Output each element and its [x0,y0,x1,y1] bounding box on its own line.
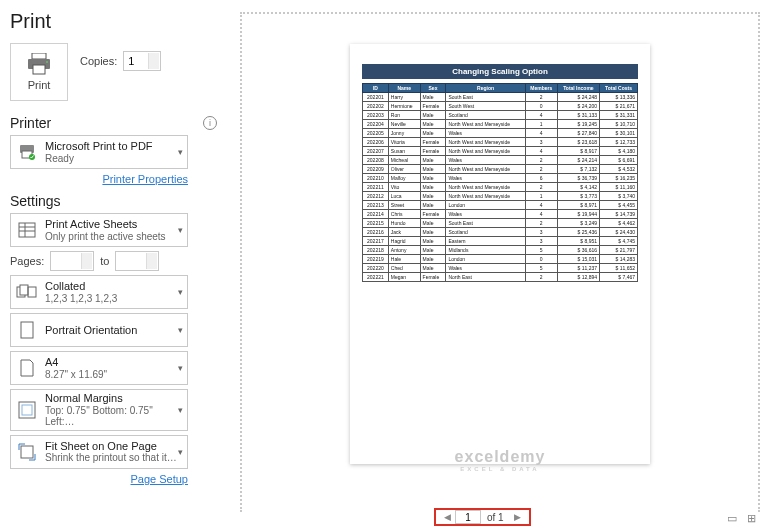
print-what-sub: Only print the active sheets [45,231,183,243]
collate-select[interactable]: Collated 1,2,3 1,2,3 1,2,3 ▾ [10,275,188,309]
sheets-icon [15,218,39,242]
svg-rect-13 [28,287,36,297]
chevron-down-icon: ▾ [178,405,183,415]
table-title: Changing Scaling Option [362,64,638,79]
orientation-select[interactable]: Portrait Orientation ▾ [10,313,188,347]
page-title: Print [10,10,225,33]
printer-status: Ready [45,153,183,165]
printer-properties-link[interactable]: Printer Properties [10,173,188,185]
chevron-down-icon: ▾ [178,225,183,235]
print-what-select[interactable]: Print Active Sheets Only print the activ… [10,213,188,247]
collate-icon [15,280,39,304]
svg-rect-17 [21,446,33,458]
paper-main: A4 [45,356,183,369]
preview-page: Changing Scaling Option IDNameSexRegionM… [350,44,650,464]
svg-point-3 [46,61,48,63]
fit-page-icon [15,440,39,464]
svg-rect-12 [20,285,28,295]
chevron-down-icon: ▾ [178,363,183,373]
copies-label: Copies: [80,55,117,67]
pages-from-input[interactable] [50,251,94,271]
svg-rect-16 [22,405,32,415]
svg-rect-2 [33,65,45,74]
svg-rect-7 [19,223,35,237]
paper-icon [15,356,39,380]
margins-sub: Top: 0.75" Bottom: 0.75" Left:… [45,405,183,428]
collate-sub: 1,2,3 1,2,3 1,2,3 [45,293,183,305]
page-setup-link[interactable]: Page Setup [10,473,188,485]
collate-main: Collated [45,280,183,293]
page-navigator: ◀ 1 of 1 ▶ [434,508,531,526]
printer-name: Microsoft Print to PDF [45,140,183,153]
chevron-down-icon: ▾ [178,325,183,335]
chevron-down-icon: ▾ [178,447,183,457]
pages-to-input[interactable] [115,251,159,271]
scaling-sub: Shrink the printout so that it… [45,452,183,464]
pages-label: Pages: [10,255,44,267]
margins-select[interactable]: Normal Margins Top: 0.75" Bottom: 0.75" … [10,389,188,431]
margins-main: Normal Margins [45,392,183,405]
page-number-input[interactable]: 1 [455,510,481,524]
printer-device-icon [15,140,39,164]
paper-sub: 8.27" x 11.69" [45,369,183,381]
print-button[interactable]: Print [10,43,68,101]
next-page-button[interactable]: ▶ [514,512,521,522]
printer-header: Printer [10,115,51,131]
printer-select[interactable]: Microsoft Print to PDF Ready ▾ [10,135,188,169]
svg-rect-14 [21,322,33,338]
settings-header: Settings [10,193,61,209]
print-preview: Changing Scaling Option IDNameSexRegionM… [240,12,760,512]
margins-icon [15,398,39,422]
zoom-page-icon[interactable]: ▭ [727,512,737,524]
orientation-main: Portrait Orientation [45,324,183,337]
svg-rect-0 [32,53,46,59]
paper-select[interactable]: A4 8.27" x 11.69" ▾ [10,351,188,385]
chevron-down-icon: ▾ [178,147,183,157]
prev-page-button[interactable]: ◀ [444,512,451,522]
copies-input[interactable]: 1 [123,51,161,71]
page-total-label: of 1 [487,512,504,523]
info-icon[interactable]: i [203,116,217,130]
portrait-icon [15,318,39,342]
print-what-main: Print Active Sheets [45,218,183,231]
scaling-main: Fit Sheet on One Page [45,440,183,453]
zoom-fit-icon[interactable]: ⊞ [747,512,756,524]
watermark: exceldemy EXCEL & DATA [455,448,546,472]
scaling-select[interactable]: Fit Sheet on One Page Shrink the printou… [10,435,188,469]
svg-rect-15 [19,402,35,418]
pages-to-label: to [100,255,109,267]
print-button-label: Print [28,79,51,91]
preview-table: IDNameSexRegionMembersTotal IncomeTotal … [362,83,638,282]
chevron-down-icon: ▾ [178,287,183,297]
printer-icon [26,53,52,75]
